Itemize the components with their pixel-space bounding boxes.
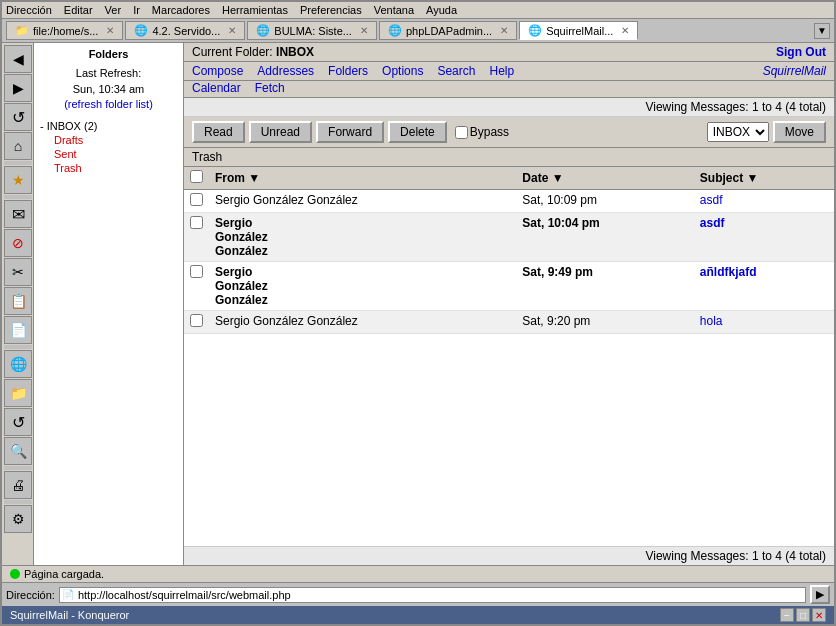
icon-5[interactable]: ✂ xyxy=(4,258,32,286)
back-button[interactable]: ◀ xyxy=(4,45,32,73)
go-button[interactable]: ▶ xyxy=(810,585,830,604)
subject-link[interactable]: añldfkjafd xyxy=(700,265,757,279)
bypass-checkbox[interactable] xyxy=(455,126,468,139)
row-checkbox[interactable] xyxy=(190,193,203,206)
close-button[interactable]: ✕ xyxy=(812,608,826,622)
tab-2-label: BULMA: Siste... xyxy=(274,25,352,37)
menu-marcadores[interactable]: Marcadores xyxy=(152,4,210,16)
address-bar: Dirección: 📄 ▶ xyxy=(2,582,834,606)
reload-button[interactable]: ↺ xyxy=(4,103,32,131)
status-message: Página cargada. xyxy=(24,568,104,580)
col-subject-header[interactable]: Subject ▼ xyxy=(694,167,834,190)
tab-4-close[interactable]: ✕ xyxy=(621,25,629,36)
trash-label: Trash xyxy=(184,148,834,167)
icon-13[interactable]: ⚙ xyxy=(4,505,32,533)
content-header: Current Folder: INBOX Sign Out xyxy=(184,43,834,62)
current-folder-label: Current Folder: xyxy=(192,45,273,59)
menu-ir[interactable]: Ir xyxy=(133,4,140,16)
tab-0[interactable]: 📁 file:/home/s... ✕ xyxy=(6,21,123,40)
row-subject[interactable]: añldfkjafd xyxy=(694,262,834,311)
minimize-button[interactable]: − xyxy=(780,608,794,622)
folder-inbox[interactable]: - INBOX (2) xyxy=(38,119,179,133)
icon-10[interactable]: ↺ xyxy=(4,408,32,436)
menu-direccion[interactable]: Dirección xyxy=(6,4,52,16)
nav-compose[interactable]: Compose xyxy=(192,64,243,78)
menu-editar[interactable]: Editar xyxy=(64,4,93,16)
separator-5 xyxy=(4,500,32,504)
tab-bar: 📁 file:/home/s... ✕ 🌐 4.2. Servido... ✕ … xyxy=(2,19,834,43)
nav-links-row2: Calendar Fetch xyxy=(184,81,834,98)
icon-4[interactable]: ⊘ xyxy=(4,229,32,257)
nav-folders[interactable]: Folders xyxy=(328,64,368,78)
unread-button[interactable]: Unread xyxy=(249,121,312,143)
row-checkbox[interactable] xyxy=(190,216,203,229)
bookmark-button[interactable]: ★ xyxy=(4,166,32,194)
subject-link[interactable]: hola xyxy=(700,314,723,328)
address-input[interactable] xyxy=(74,588,803,602)
col-from-header[interactable]: From ▼ xyxy=(209,167,516,190)
forward-button[interactable]: Forward xyxy=(316,121,384,143)
row-subject[interactable]: asdf xyxy=(694,190,834,213)
row-checkbox-cell xyxy=(184,213,209,262)
menu-ver[interactable]: Ver xyxy=(105,4,122,16)
sign-out-button[interactable]: Sign Out xyxy=(776,45,826,59)
icon-7[interactable]: 📄 xyxy=(4,316,32,344)
read-button[interactable]: Read xyxy=(192,121,245,143)
nav-addresses[interactable]: Addresses xyxy=(257,64,314,78)
row-checkbox[interactable] xyxy=(190,265,203,278)
tab-2[interactable]: 🌐 BULMA: Siste... ✕ xyxy=(247,21,377,40)
icon-8[interactable]: 🌐 xyxy=(4,350,32,378)
tab-1-close[interactable]: ✕ xyxy=(228,25,236,36)
refresh-action[interactable]: (refresh folder list) xyxy=(38,97,179,112)
bypass-label[interactable]: Bypass xyxy=(455,125,509,139)
nav-search[interactable]: Search xyxy=(437,64,475,78)
tab-0-icon: 📁 xyxy=(15,24,29,37)
select-all-checkbox[interactable] xyxy=(190,170,203,183)
current-folder-name: INBOX xyxy=(276,45,314,59)
folder-sent[interactable]: Sent xyxy=(38,147,179,161)
menu-ventana[interactable]: Ventana xyxy=(374,4,414,16)
row-checkbox[interactable] xyxy=(190,314,203,327)
tab-4[interactable]: 🌐 SquirrelMail... ✕ xyxy=(519,21,638,40)
row-from: Sergio González González xyxy=(209,213,516,262)
icon-11[interactable]: 🔍 xyxy=(4,437,32,465)
nav-options[interactable]: Options xyxy=(382,64,423,78)
home-button[interactable]: ⌂ xyxy=(4,132,32,160)
row-subject[interactable]: asdf xyxy=(694,213,834,262)
icon-9[interactable]: 📁 xyxy=(4,379,32,407)
nav-fetch[interactable]: Fetch xyxy=(255,81,285,95)
subject-link[interactable]: asdf xyxy=(700,216,725,230)
nav-links-row1: Compose Addresses Folders Options Search… xyxy=(192,64,514,78)
tab-1-label: 4.2. Servido... xyxy=(152,25,220,37)
col-check-header xyxy=(184,167,209,190)
row-subject[interactable]: hola xyxy=(694,311,834,334)
menu-preferencias[interactable]: Preferencias xyxy=(300,4,362,16)
folder-trash[interactable]: Trash xyxy=(38,161,179,175)
new-tab-button[interactable]: ▼ xyxy=(814,23,830,39)
tab-0-close[interactable]: ✕ xyxy=(106,25,114,36)
col-date-header[interactable]: Date ▼ xyxy=(516,167,693,190)
icon-6[interactable]: 📋 xyxy=(4,287,32,315)
subject-link[interactable]: asdf xyxy=(700,193,723,207)
tab-3-close[interactable]: ✕ xyxy=(500,25,508,36)
delete-button[interactable]: Delete xyxy=(388,121,447,143)
maximize-button[interactable]: □ xyxy=(796,608,810,622)
separator-4 xyxy=(4,466,32,470)
refresh-info: Folders Last Refresh: Sun, 10:34 am (ref… xyxy=(38,47,179,113)
row-date: Sat, 9:20 pm xyxy=(516,311,693,334)
icon-12[interactable]: 🖨 xyxy=(4,471,32,499)
icon-3[interactable]: ✉ xyxy=(4,200,32,228)
tab-3[interactable]: 🌐 phpLDAPadmin... ✕ xyxy=(379,21,517,40)
folder-select[interactable]: INBOX xyxy=(707,122,769,142)
content-area: Current Folder: INBOX Sign Out Compose A… xyxy=(184,43,834,565)
move-button[interactable]: Move xyxy=(773,121,826,143)
nav-help[interactable]: Help xyxy=(489,64,514,78)
forward-nav-button[interactable]: ▶ xyxy=(4,74,32,102)
menu-ayuda[interactable]: Ayuda xyxy=(426,4,457,16)
nav-calendar[interactable]: Calendar xyxy=(192,81,241,95)
tab-2-close[interactable]: ✕ xyxy=(360,25,368,36)
tab-1[interactable]: 🌐 4.2. Servido... ✕ xyxy=(125,21,245,40)
table-header-row: From ▼ Date ▼ Subject ▼ xyxy=(184,167,834,190)
folder-drafts[interactable]: Drafts xyxy=(38,133,179,147)
menu-herramientas[interactable]: Herramientas xyxy=(222,4,288,16)
